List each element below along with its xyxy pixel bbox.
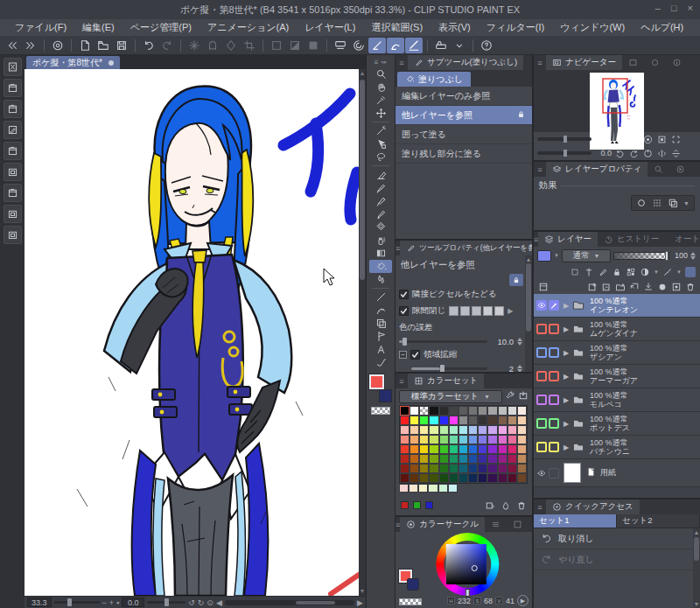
recent-color-swatch[interactable] xyxy=(425,501,433,509)
color-swatch[interactable] xyxy=(419,473,429,483)
zoom-tool-icon[interactable] xyxy=(369,67,392,80)
snap-mode-icon[interactable] xyxy=(350,38,368,53)
color-swatch[interactable] xyxy=(487,406,497,416)
fit-screen-icon[interactable] xyxy=(656,134,668,145)
color-swatch[interactable] xyxy=(400,454,410,464)
color-wheel-panel-tab[interactable]: カラーサークル xyxy=(400,517,485,532)
page-thumb-icon[interactable] xyxy=(4,226,22,244)
line-correction-tool-icon[interactable] xyxy=(369,356,392,369)
menu-item[interactable]: ヘルプ(H) xyxy=(633,19,691,36)
panel-menu-icon[interactable]: ≡ xyxy=(396,59,408,67)
color-swatch[interactable] xyxy=(409,484,418,493)
stepper-control[interactable] xyxy=(690,252,696,260)
color-slider-panel-tab[interactable] xyxy=(485,517,507,532)
new-vector-layer-icon[interactable] xyxy=(601,282,612,292)
object-tool-icon[interactable] xyxy=(369,137,392,150)
color-swatch[interactable] xyxy=(439,454,449,464)
color-swatch[interactable] xyxy=(399,484,409,493)
stepper-control[interactable] xyxy=(517,338,523,346)
quick-access-set-tab[interactable]: セット1 xyxy=(534,514,617,528)
menu-item[interactable]: ページ管理(P) xyxy=(122,19,200,36)
layer-mark-toggle[interactable] xyxy=(549,418,559,429)
menu-item[interactable]: 表示(V) xyxy=(430,19,479,36)
layer-row[interactable]: ▶100 %通常ムゲンダイナ xyxy=(534,318,700,341)
background-color-swatch[interactable] xyxy=(379,389,392,402)
layer-visibility-toggle[interactable] xyxy=(536,371,547,381)
color-swatch[interactable] xyxy=(517,444,527,454)
quick-access-scrollbar[interactable]: ▲▼ xyxy=(693,528,700,608)
pen-tool-icon[interactable] xyxy=(369,181,392,194)
layer-mark-toggle[interactable] xyxy=(549,442,559,452)
color-swatch[interactable] xyxy=(517,416,527,425)
color-swatch[interactable] xyxy=(439,464,449,473)
item-bank-panel-tab[interactable] xyxy=(644,55,666,70)
color-swatch[interactable] xyxy=(419,435,429,444)
color-swatch[interactable] xyxy=(487,416,497,425)
new-canvas-icon[interactable] xyxy=(76,38,94,53)
color-set-panel-tab[interactable]: カラーセット xyxy=(408,374,484,388)
color-swatch[interactable] xyxy=(439,406,449,416)
color-swatch[interactable] xyxy=(498,444,508,454)
subtool-panel-tab[interactable]: サブツール(塗りつぶし) xyxy=(408,55,523,70)
color-swatch[interactable] xyxy=(458,444,468,454)
text-tool-icon[interactable] xyxy=(369,343,392,356)
dropdown-icon[interactable]: ▼ xyxy=(676,269,682,275)
color-swatch[interactable] xyxy=(517,406,527,416)
page-thumb-icon[interactable] xyxy=(4,163,22,181)
panel-menu-icon[interactable]: ≡ xyxy=(534,59,546,67)
layer-visible-icon[interactable] xyxy=(536,300,547,311)
color-swatch[interactable] xyxy=(410,444,419,454)
area-scale-slider[interactable] xyxy=(411,367,487,370)
tool-property-scrollbar[interactable]: ▲▼ xyxy=(525,255,532,374)
folder-expand-icon[interactable]: ▶ xyxy=(562,373,570,381)
color-swatch[interactable] xyxy=(448,484,458,493)
stepper-control[interactable] xyxy=(517,365,523,373)
layer-color-button[interactable] xyxy=(685,267,696,277)
color-swatch[interactable] xyxy=(508,444,517,454)
color-swatch[interactable] xyxy=(419,406,429,416)
palette-color-chip[interactable] xyxy=(537,250,551,262)
open-file-icon[interactable] xyxy=(94,38,112,53)
panel-menu-icon[interactable]: ≡ xyxy=(534,503,546,512)
color-swatch[interactable] xyxy=(478,444,487,454)
lock-layer-icon[interactable] xyxy=(612,267,622,277)
color-swatch[interactable] xyxy=(419,444,429,454)
color-swatch[interactable] xyxy=(478,454,487,464)
menu-item[interactable]: フィルター(I) xyxy=(479,19,552,36)
color-swatch[interactable] xyxy=(508,454,517,464)
animation-panel-tab[interactable] xyxy=(669,162,691,177)
import-color-set-icon[interactable] xyxy=(518,390,528,402)
color-swatch[interactable] xyxy=(400,416,410,425)
color-swatch[interactable] xyxy=(439,425,449,435)
color-swatch[interactable] xyxy=(487,454,497,464)
rotate-right-icon[interactable]: ↻ xyxy=(198,598,205,608)
folder-expand-icon[interactable]: ▶ xyxy=(562,444,570,451)
canvas-zoom-slider[interactable] xyxy=(54,601,100,604)
color-swatch[interactable] xyxy=(517,435,527,444)
menu-item[interactable]: 選択範囲(S) xyxy=(363,19,430,36)
dropdown-icon[interactable]: ▼ xyxy=(683,200,690,206)
foreground-color-swatch[interactable] xyxy=(369,374,384,389)
dropdown-icon[interactable]: ▼ xyxy=(654,269,659,275)
menu-item[interactable]: ファイル(F) xyxy=(7,19,74,36)
navigator-rotation-slider[interactable] xyxy=(537,151,592,155)
gap-size-selector[interactable] xyxy=(449,306,504,316)
quick-access-set-tab[interactable]: セット2 xyxy=(617,514,700,528)
color-swatch[interactable] xyxy=(429,473,438,483)
layer-visible-icon[interactable] xyxy=(536,468,547,479)
color-swatch[interactable] xyxy=(439,444,449,454)
zoom-out-icon[interactable]: − xyxy=(102,598,107,608)
border-effect-icon[interactable] xyxy=(636,198,647,208)
new-layer-icon[interactable] xyxy=(587,282,598,292)
color-swatch[interactable] xyxy=(498,425,508,435)
scroll-right-icon[interactable]: ▶ xyxy=(357,598,363,608)
page-edit-icon[interactable] xyxy=(4,121,22,139)
navigator-preview[interactable] xyxy=(534,70,700,132)
rotate-left-icon[interactable]: ↺ xyxy=(188,598,195,608)
color-swatch[interactable] xyxy=(458,406,468,416)
layer-row[interactable]: ▶100 %通常モルペコ xyxy=(534,388,700,412)
close-button[interactable]: × xyxy=(688,3,693,13)
color-swatch[interactable] xyxy=(498,473,508,483)
color-swatch[interactable] xyxy=(410,454,419,464)
fill-tool-icon[interactable] xyxy=(369,260,392,273)
